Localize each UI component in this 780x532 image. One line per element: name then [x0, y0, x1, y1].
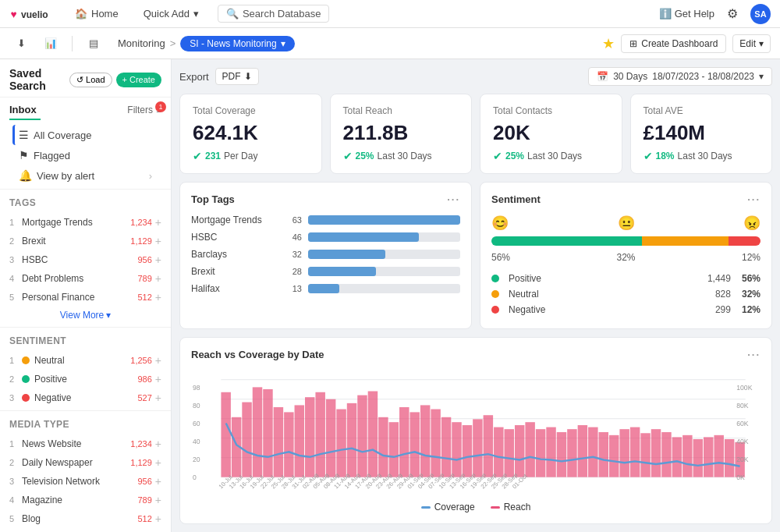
svg-rect-46 [619, 429, 629, 477]
positive-emoji: 😊 [491, 215, 509, 232]
chevron-down-icon: ▾ [759, 71, 764, 82]
tag-bar-count: 63 [283, 215, 302, 225]
inbox-underline [9, 119, 41, 120]
svg-rect-19 [336, 410, 346, 477]
svg-text:20K: 20K [736, 456, 749, 463]
sidebar-toggle-btn[interactable]: ▤ [82, 32, 105, 55]
all-coverage-item[interactable]: ☰ All Coverage [12, 125, 158, 145]
svg-text:vuelio: vuelio [21, 9, 48, 20]
load-btn[interactable]: ↺ Load [69, 73, 112, 87]
svg-rect-50 [661, 432, 671, 477]
svg-rect-14 [284, 412, 293, 477]
load-icon: ↺ [76, 75, 83, 85]
media-item[interactable]: 5Blog512+ [9, 509, 161, 528]
chevron-right-icon: › [149, 170, 152, 182]
tag-bar-container [308, 284, 460, 293]
svg-rect-17 [315, 392, 324, 477]
svg-text:40K: 40K [736, 438, 749, 445]
create-btn[interactable]: + Create [116, 73, 161, 87]
favorite-btn[interactable]: ★ [602, 35, 615, 52]
stat-sub: ✔ 25% Last 30 Days [343, 150, 459, 162]
filters-btn[interactable]: Filters ≡ 1 [127, 105, 161, 115]
svg-rect-43 [588, 427, 597, 477]
media-item[interactable]: 1News Website1,234+ [9, 434, 161, 453]
sentiment-item[interactable]: 3Negative527+ [9, 388, 161, 407]
inbox-section: Inbox Filters ≡ 1 ☰ All Coverage ⚑ Flagg… [0, 98, 171, 189]
tag-bar-row: Barclays 32 [191, 249, 460, 260]
svg-rect-55 [714, 435, 723, 477]
check-icon: ✔ [493, 150, 502, 162]
top-tags-bars: Mortgage Trends 63 HSBC 46 Barclays 32 B… [191, 215, 460, 294]
svg-rect-42 [578, 425, 587, 477]
svg-rect-21 [357, 395, 367, 477]
sentiment-legend: Positive1,44956%Neutral82832%Negative299… [491, 271, 760, 317]
charts-row: Top Tags ··· Mortgage Trends 63 HSBC 46 … [179, 182, 772, 329]
svg-rect-29 [441, 417, 451, 477]
sentiment-more-btn[interactable]: ··· [747, 193, 760, 205]
stat-card: Total AVE £140M ✔ 18% Last 30 Days [630, 94, 773, 174]
inbox-label: Inbox [9, 104, 37, 115]
stat-percent: 18% [656, 151, 675, 161]
main-layout: Saved Search ↺ Load + Create Inbox Filte… [0, 59, 780, 532]
sentiment-item[interactable]: 2Positive986+ [9, 370, 161, 388]
flagged-item[interactable]: ⚑ Flagged [12, 145, 158, 165]
reach-coverage-card: Reach vs Coverage by Date ··· 0204060809… [179, 337, 772, 524]
settings-btn[interactable]: ⚙ [727, 6, 738, 21]
svg-rect-33 [484, 415, 493, 477]
view-more-btn[interactable]: View More ▾ [9, 307, 161, 324]
edit-btn[interactable]: Edit ▾ [732, 34, 771, 53]
stat-value: 624.1K [193, 121, 309, 145]
stat-sub: ✔ 231 Per Day [193, 150, 309, 162]
top-tags-title: Top Tags ··· [191, 193, 460, 205]
svg-text:100K: 100K [736, 384, 752, 392]
reach-coverage-svg: 020406080980K20K40K60K80K100K10-Jul13-Ju… [191, 370, 760, 495]
tag-bar-count: 28 [283, 267, 302, 276]
quick-add-nav[interactable]: Quick Add ▾ [137, 5, 205, 23]
media-item[interactable]: 2Daily Newspaper1,129+ [9, 453, 161, 472]
stat-value: 211.8B [343, 121, 459, 145]
svg-rect-38 [536, 429, 545, 477]
create-dashboard-btn[interactable]: ⊞ Create Dashboard [621, 34, 726, 53]
main-content: Export PDF ⬇ 📅 30 Days 18/07/2023 - 18/0… [172, 59, 780, 532]
chevron-down-icon: ▾ [759, 38, 764, 49]
sidebar-title: Saved Search [9, 67, 69, 92]
tag-item[interactable]: 4Debt Problems789+ [9, 269, 161, 288]
coverage-legend: Coverage [421, 502, 475, 512]
svg-rect-18 [326, 399, 335, 477]
sentiment-pct-row: 56% 32% 12% [491, 252, 760, 263]
tag-item[interactable]: 5Personal Finance512+ [9, 288, 161, 307]
tag-item[interactable]: 2Brexit1,129+ [9, 232, 161, 250]
svg-text:0: 0 [193, 473, 197, 481]
stat-sub-text: Per Day [224, 151, 257, 161]
svg-rect-27 [420, 405, 430, 477]
svg-text:60: 60 [193, 420, 200, 427]
sentiment-item[interactable]: 1Neutral1,256+ [9, 351, 161, 370]
home-nav[interactable]: 🏠 Home [69, 5, 125, 23]
sentiment-card: Sentiment ··· 😊 😐 😠 56% 32% 12% [480, 182, 772, 329]
get-help-btn[interactable]: ℹ️ Get Help [659, 8, 714, 20]
media-item[interactable]: 4Magazine789+ [9, 491, 161, 509]
breadcrumb-monitoring[interactable]: Monitoring [118, 37, 165, 49]
svg-rect-53 [693, 439, 703, 477]
view-by-alert-item[interactable]: 🔔 View by alert › [12, 165, 158, 186]
top-nav: ♥ vuelio 🏠 Home Quick Add ▾ 🔍 Search Dat… [0, 0, 780, 28]
nav-separator [72, 36, 73, 51]
user-avatar[interactable]: SA [750, 4, 771, 24]
search-database-btn[interactable]: 🔍 Search Database [218, 5, 329, 23]
tag-bar-name: Barclays [191, 249, 277, 260]
tag-item[interactable]: 3HSBC956+ [9, 250, 161, 269]
svg-rect-34 [494, 427, 503, 477]
stat-sub-text: Last 30 Days [378, 151, 432, 161]
download-btn[interactable]: ⬇ [9, 32, 33, 55]
reach-coverage-title: Reach vs Coverage by Date ··· [191, 349, 760, 360]
top-tags-more-btn[interactable]: ··· [447, 193, 460, 205]
tag-item[interactable]: 1Mortgage Trends1,234+ [9, 213, 161, 232]
breadcrumb-current[interactable]: SI - News Monitoring ▾ [180, 36, 294, 51]
reach-more-btn[interactable]: ··· [747, 349, 760, 360]
media-item[interactable]: 3Television Network956+ [9, 472, 161, 491]
positive-dot [491, 275, 499, 282]
tag-bar-fill [308, 267, 376, 276]
date-range-btn[interactable]: 📅 30 Days 18/07/2023 - 18/08/2023 ▾ [588, 67, 772, 86]
chart-btn[interactable]: 📊 [39, 32, 62, 55]
pdf-btn[interactable]: PDF ⬇ [215, 68, 259, 85]
